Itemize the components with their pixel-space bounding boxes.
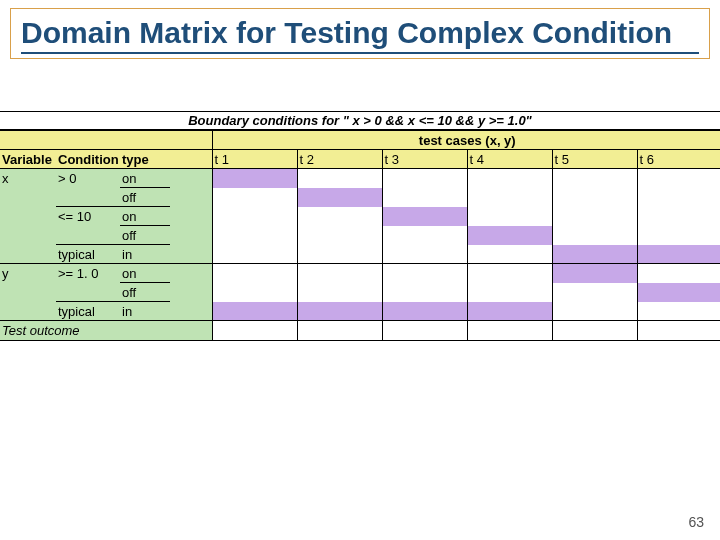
cell-t6	[637, 302, 720, 321]
cell-condition	[56, 283, 120, 302]
blank	[120, 321, 170, 340]
cell-t5	[552, 245, 637, 264]
domain-matrix: Boundary conditions for " x > 0 && x <= …	[0, 111, 720, 341]
header-row-1: test cases (x, y)	[0, 131, 720, 150]
cell-t5	[552, 302, 637, 321]
cell-t4	[467, 245, 552, 264]
data-row: <= 10 on	[0, 207, 720, 226]
cell-variable: y	[0, 264, 56, 283]
cell-t5	[552, 264, 637, 283]
col-t4: t 4	[467, 150, 552, 169]
data-row: off	[0, 226, 720, 245]
data-row: typical in	[0, 245, 720, 264]
cell-t2	[297, 188, 382, 207]
col-condition: Condition	[56, 150, 120, 169]
cell-t6	[637, 245, 720, 264]
cell-type: off	[120, 226, 170, 245]
blank	[170, 131, 212, 150]
cell-t5	[552, 321, 637, 340]
col-type: type	[120, 150, 170, 169]
slide-title: Domain Matrix for Testing Complex Condit…	[21, 15, 699, 50]
data-row: typical in	[0, 302, 720, 321]
cell-condition: >= 1. 0	[56, 264, 120, 283]
cell-t6	[637, 226, 720, 245]
blank	[0, 131, 56, 150]
cell-t3	[382, 169, 467, 188]
cell-t3	[382, 321, 467, 340]
cell-t5	[552, 283, 637, 302]
cell-type: on	[120, 207, 170, 226]
cell-variable	[0, 302, 56, 321]
cell-t4	[467, 321, 552, 340]
cell-t5	[552, 188, 637, 207]
cell-t1	[212, 245, 297, 264]
cell-t4	[467, 207, 552, 226]
cell-t6	[637, 283, 720, 302]
cell-t2	[297, 245, 382, 264]
cell-t1	[212, 169, 297, 188]
blank	[170, 302, 212, 321]
cell-t3	[382, 207, 467, 226]
blank	[170, 245, 212, 264]
cell-t2	[297, 169, 382, 188]
data-row: off	[0, 188, 720, 207]
cell-t2	[297, 264, 382, 283]
cell-t3	[382, 188, 467, 207]
cell-type: off	[120, 283, 170, 302]
cell-condition	[56, 188, 120, 207]
cell-t3	[382, 245, 467, 264]
cell-t6	[637, 321, 720, 340]
blank	[170, 226, 212, 245]
col-variable: Variable	[0, 150, 56, 169]
outcome-row: Test outcome	[0, 321, 720, 340]
cell-variable	[0, 245, 56, 264]
cell-t1	[212, 207, 297, 226]
data-row: off	[0, 283, 720, 302]
blank	[170, 283, 212, 302]
boundary-conditions-title: Boundary conditions for " x > 0 && x <= …	[0, 112, 720, 130]
cell-t6	[637, 207, 720, 226]
cell-condition: typical	[56, 245, 120, 264]
matrix-table: test cases (x, y) Variable Condition typ…	[0, 130, 720, 340]
cell-variable	[0, 188, 56, 207]
cell-t1	[212, 264, 297, 283]
blank	[170, 188, 212, 207]
cell-t5	[552, 226, 637, 245]
cell-t2	[297, 226, 382, 245]
col-t1: t 1	[212, 150, 297, 169]
blank	[170, 169, 212, 188]
cell-t2	[297, 283, 382, 302]
title-underline	[21, 52, 699, 54]
cell-variable	[0, 207, 56, 226]
cell-t4	[467, 302, 552, 321]
blank	[170, 264, 212, 283]
cell-t3	[382, 302, 467, 321]
data-row: x > 0 on	[0, 169, 720, 188]
header-row-2: Variable Condition type t 1 t 2 t 3 t 4 …	[0, 150, 720, 169]
cell-t1	[212, 188, 297, 207]
col-t6: t 6	[637, 150, 720, 169]
cell-condition: typical	[56, 302, 120, 321]
cell-condition: <= 10	[56, 207, 120, 226]
cell-t3	[382, 226, 467, 245]
cell-t6	[637, 169, 720, 188]
outcome-label: Test outcome	[0, 321, 120, 340]
cell-t4	[467, 226, 552, 245]
cell-condition: > 0	[56, 169, 120, 188]
cell-t5	[552, 207, 637, 226]
cell-t6	[637, 188, 720, 207]
col-t3: t 3	[382, 150, 467, 169]
blank	[170, 150, 212, 169]
cell-t4	[467, 169, 552, 188]
blank	[56, 131, 120, 150]
cell-t6	[637, 264, 720, 283]
testcases-header: test cases (x, y)	[212, 131, 720, 150]
cell-t1	[212, 302, 297, 321]
blank	[120, 131, 170, 150]
blank	[170, 321, 212, 340]
cell-variable	[0, 226, 56, 245]
cell-t2	[297, 321, 382, 340]
cell-t2	[297, 302, 382, 321]
cell-type: in	[120, 302, 170, 321]
cell-variable: x	[0, 169, 56, 188]
